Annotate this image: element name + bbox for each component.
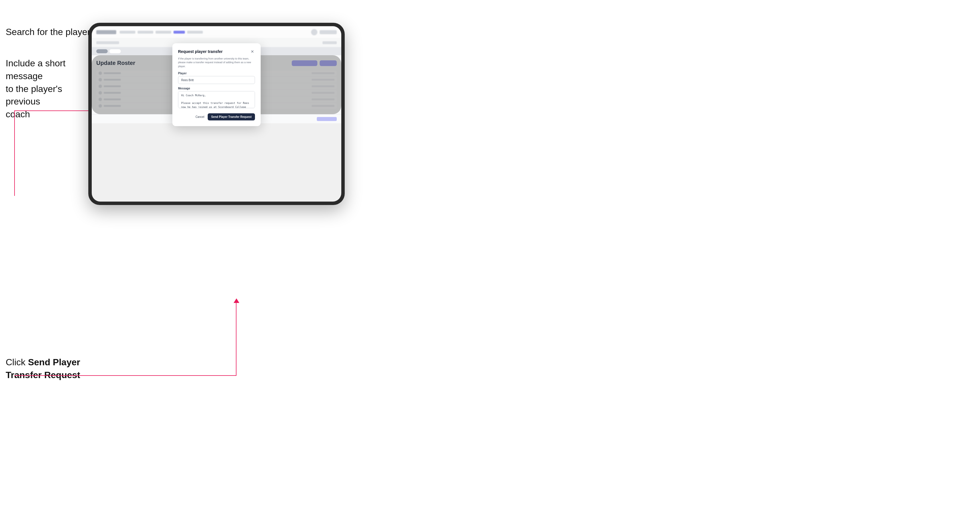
modal-header: Request player transfer ✕ [178, 49, 255, 54]
annotation-message: Include a short messageto the player's p… [6, 57, 83, 121]
tab-active [110, 49, 121, 53]
nav-item-3 [156, 31, 171, 33]
cancel-button[interactable]: Cancel [194, 115, 205, 118]
nav-item-2 [138, 31, 153, 33]
main-content: Update Roster [92, 55, 341, 114]
modal-dialog: Request player transfer ✕ If the player … [172, 43, 261, 126]
message-textarea[interactable]: Hi Coach McHarg, Please accept this tran… [178, 91, 255, 108]
message-label: Message [178, 87, 255, 90]
tablet-screen: Update Roster [92, 26, 341, 202]
arrow-bottom-line-v [236, 301, 237, 376]
header-btn [320, 30, 337, 34]
app-logo [96, 30, 116, 34]
tablet-device: Update Roster [88, 23, 345, 205]
player-input[interactable] [178, 76, 255, 84]
arrow-line-vertical-1 [14, 111, 15, 196]
close-button[interactable]: ✕ [250, 49, 255, 54]
subheader-right [323, 41, 337, 44]
nav-item-1 [120, 31, 135, 33]
nav-item-5 [187, 31, 203, 33]
annotation-click: Click Send Player Transfer Request [6, 356, 83, 381]
bottom-action-btn [317, 117, 337, 121]
player-label: Player [178, 72, 255, 75]
modal-description: If the player is transferring from anoth… [178, 57, 255, 68]
app-header [92, 26, 341, 38]
header-right [311, 29, 337, 35]
breadcrumb [96, 41, 119, 44]
arrow-tip-up [234, 298, 239, 303]
arrow-bottom-line-h [14, 375, 237, 376]
avatar [311, 29, 317, 35]
send-transfer-request-button[interactable]: Send Player Transfer Request [208, 113, 255, 121]
tab-roster [96, 49, 108, 53]
nav-item-active [173, 31, 185, 33]
modal-footer: Cancel Send Player Transfer Request [178, 113, 255, 121]
modal-title: Request player transfer [178, 49, 223, 54]
nav-items [120, 31, 203, 33]
annotation-search: Search for the player. [6, 25, 92, 38]
modal-overlay: Request player transfer ✕ If the player … [92, 55, 341, 114]
